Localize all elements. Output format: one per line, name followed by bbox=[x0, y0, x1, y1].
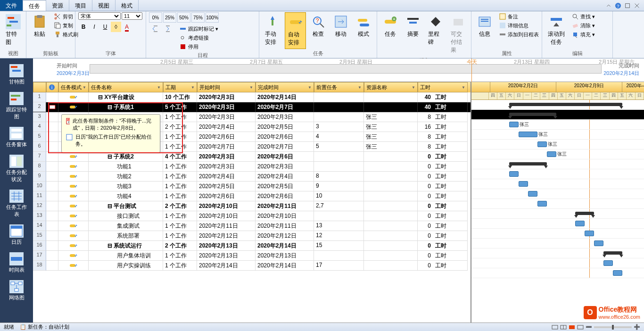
deliverable-button[interactable]: 可交付结果 bbox=[448, 12, 469, 56]
gantt-row[interactable] bbox=[471, 189, 644, 199]
work-cell[interactable]: 0 工时 bbox=[418, 172, 468, 182]
task-name-cell[interactable]: 用户实操训练 bbox=[89, 261, 163, 271]
table-row[interactable]: 8 功能1 1 个工作 2020年2月3日 2020年2月3日 0 工时 bbox=[33, 162, 471, 172]
fill-button[interactable]: 填充▾ bbox=[570, 30, 597, 39]
mode-cell[interactable] bbox=[58, 102, 89, 112]
pct-25[interactable]: 25% bbox=[163, 12, 176, 23]
finish-cell[interactable]: 2020年2月5日 bbox=[256, 182, 314, 191]
predecessors-cell[interactable]: 8 bbox=[314, 172, 364, 182]
task-name-cell[interactable]: ⊟ 子系统2 bbox=[89, 152, 163, 162]
side-timeline[interactable]: 时间表 bbox=[2, 250, 31, 275]
row-number[interactable]: 18 bbox=[33, 261, 46, 271]
duration-cell[interactable]: 1 个工作 bbox=[163, 172, 197, 182]
finish-cell[interactable]: 2020年2月3日 bbox=[256, 112, 314, 122]
expand-ribbon-icon[interactable] bbox=[605, 2, 612, 9]
row-number[interactable]: 17 bbox=[33, 251, 46, 261]
info-button[interactable]: 信息 bbox=[474, 12, 495, 40]
gantt-summary-bar[interactable] bbox=[509, 103, 622, 106]
milestone-button[interactable]: 里程碑 bbox=[425, 12, 446, 48]
gantt-row[interactable] bbox=[471, 100, 644, 110]
zoom-out[interactable]: ➖ bbox=[586, 324, 592, 330]
table-row[interactable]: 12 ⊟ 平台测试 2 个工作 2020年2月10日 2020年2月11日 2,… bbox=[33, 201, 471, 211]
pct-0[interactable]: 0% bbox=[149, 12, 162, 23]
task-name-cell[interactable]: 系统部署 bbox=[89, 231, 163, 241]
table-row[interactable]: 14 集成测试 1 个工作 2020年2月11日 2020年2月11日 13 0… bbox=[33, 221, 471, 231]
finish-cell[interactable]: 2020年2月13日 bbox=[256, 251, 314, 261]
task-name-cell[interactable]: ⊟ XY平台建设 bbox=[89, 92, 163, 102]
task-name-cell[interactable]: 接口测试 bbox=[89, 211, 163, 221]
predecessors-cell[interactable]: 13 bbox=[314, 221, 364, 231]
table-row[interactable]: 16 ⊟ 系统试运行 2 个工作 2020年2月13日 2020年2月14日 1… bbox=[33, 241, 471, 251]
table-row[interactable]: 13 接口测试 1 个工作 2020年2月10日 2020年2月10日 0 工时 bbox=[33, 211, 471, 221]
predecessors-cell[interactable]: 15 bbox=[314, 241, 364, 251]
zoom-slider[interactable] bbox=[594, 326, 632, 328]
help-icon[interactable]: ? bbox=[615, 2, 621, 9]
duration-cell[interactable]: 1 个工作 bbox=[163, 231, 197, 241]
finish-cell[interactable]: 2020年2月11日 bbox=[256, 221, 314, 231]
predecessors-cell[interactable]: 9 bbox=[314, 182, 364, 191]
mode-cell[interactable] bbox=[58, 241, 89, 251]
timeline-track[interactable] bbox=[90, 64, 602, 74]
work-cell[interactable]: 16 工时 bbox=[418, 122, 468, 132]
start-cell[interactable]: 2020年2月14日 bbox=[197, 261, 256, 271]
start-cell[interactable]: 2020年2月3日 bbox=[197, 92, 256, 102]
menu-file[interactable]: 文件 bbox=[0, 0, 23, 11]
work-cell[interactable]: 0 工时 bbox=[418, 241, 468, 251]
gantt-task-bar[interactable]: 张三 bbox=[537, 141, 547, 147]
menu-view[interactable]: 视图 bbox=[92, 0, 116, 11]
row-number[interactable]: 3 bbox=[33, 112, 46, 122]
mode-cell[interactable] bbox=[58, 261, 89, 271]
duration-cell[interactable]: 1 个工作 bbox=[163, 191, 197, 201]
work-cell[interactable]: 40 工时 bbox=[418, 92, 468, 102]
duration-cell[interactable]: 1 个工作 bbox=[163, 221, 197, 231]
mode-cell[interactable] bbox=[58, 172, 89, 182]
col-resources[interactable]: 资源名称▼ bbox=[364, 82, 418, 92]
resources-cell[interactable] bbox=[364, 231, 418, 241]
gantt-row[interactable]: 张三 bbox=[471, 140, 644, 149]
table-row[interactable]: 11 功能4 1 个工作 2020年2月6日 2020年2月6日 10 0 工时 bbox=[33, 191, 471, 201]
font-name-select[interactable]: 宋体 bbox=[78, 12, 121, 20]
finish-cell[interactable]: 2020年2月6日 bbox=[256, 191, 314, 201]
resources-cell[interactable] bbox=[364, 201, 418, 211]
row-number[interactable]: 7 bbox=[33, 152, 46, 162]
task-name-cell[interactable]: 集成测试 bbox=[89, 221, 163, 231]
paste-button[interactable]: 粘贴 bbox=[29, 12, 50, 40]
resources-cell[interactable] bbox=[364, 191, 418, 201]
pct-100[interactable]: 100% bbox=[206, 12, 219, 23]
resources-cell[interactable]: 张三 bbox=[364, 112, 418, 122]
resources-cell[interactable] bbox=[364, 221, 418, 231]
resources-cell[interactable] bbox=[364, 211, 418, 221]
details-button[interactable]: 详细信息 bbox=[497, 21, 541, 30]
task-insert-button[interactable]: + 任务 bbox=[380, 12, 401, 40]
mode-cell[interactable] bbox=[58, 92, 89, 102]
finish-cell[interactable]: 2020年2月3日 bbox=[256, 162, 314, 172]
gantt-summary-bar[interactable] bbox=[575, 212, 594, 215]
table-row[interactable]: 10 功能3 1 个工作 2020年2月5日 2020年2月5日 9 0 工时 bbox=[33, 182, 471, 191]
resources-cell[interactable]: 张三 bbox=[364, 122, 418, 132]
work-cell[interactable]: 0 工时 bbox=[418, 211, 468, 221]
gantt-row[interactable] bbox=[471, 268, 644, 278]
mode-cell[interactable] bbox=[58, 251, 89, 261]
row-number[interactable]: 1 bbox=[33, 92, 46, 102]
row-number[interactable]: 10 bbox=[33, 182, 46, 191]
row-number[interactable]: 9 bbox=[33, 172, 46, 182]
outdent-button[interactable] bbox=[149, 25, 160, 33]
gantt-row[interactable] bbox=[471, 199, 644, 209]
work-cell[interactable]: 8 工时 bbox=[418, 132, 468, 142]
resources-cell[interactable] bbox=[364, 251, 418, 261]
predecessors-cell[interactable] bbox=[314, 211, 364, 221]
predecessors-cell[interactable]: 12 bbox=[314, 231, 364, 241]
track-marks-button[interactable]: 跟踪时标记▾ bbox=[177, 25, 220, 33]
work-cell[interactable]: 0 工时 bbox=[418, 201, 468, 211]
side-network[interactable]: 网络图 bbox=[2, 278, 31, 303]
work-cell[interactable]: 0 工时 bbox=[418, 152, 468, 162]
duration-cell[interactable]: 4 个工作 bbox=[163, 152, 197, 162]
resources-cell[interactable] bbox=[364, 241, 418, 251]
table-row[interactable]: 17 用户集体培训 1 个工作 2020年2月13日 2020年2月13日 0 … bbox=[33, 251, 471, 261]
respect-links-button[interactable]: 考虑链接 bbox=[177, 33, 220, 42]
finish-cell[interactable]: 2020年2月7日 bbox=[256, 142, 314, 152]
mode-cell[interactable] bbox=[58, 221, 89, 231]
notes-button[interactable]: 备注 bbox=[497, 12, 541, 21]
gantt-task-bar[interactable]: 张三 bbox=[509, 122, 519, 127]
font-color-button[interactable]: A bbox=[122, 22, 132, 32]
